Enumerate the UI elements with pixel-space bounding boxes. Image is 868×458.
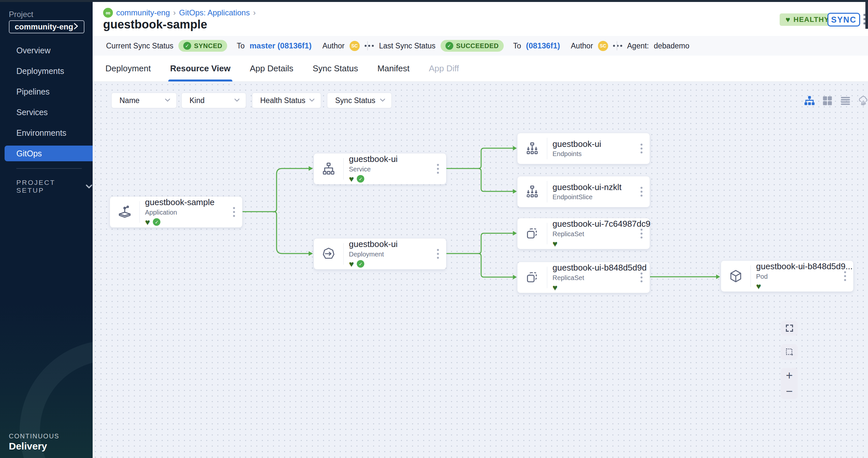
chevron-down-icon <box>165 97 170 103</box>
tree-view-icon[interactable] <box>804 95 815 107</box>
sidebar: Project community-eng Overview Deploymen… <box>0 0 93 458</box>
last-revision-link[interactable]: (08136f1) <box>526 41 560 51</box>
current-revision-link[interactable]: master (08136f1) <box>249 41 311 51</box>
breadcrumb-separator: › <box>173 8 176 17</box>
node-menu-button[interactable] <box>638 229 650 238</box>
sidebar-divider <box>17 168 82 169</box>
health-status-label: HEALTHY <box>794 15 829 24</box>
node-menu-button[interactable] <box>841 271 853 281</box>
node-menu-button[interactable] <box>230 207 242 217</box>
chevron-down-icon <box>309 97 315 103</box>
project-selector-value: community-eng <box>15 22 73 31</box>
tab-manifest[interactable]: Manifest <box>377 56 409 81</box>
project-setup-toggle[interactable]: PROJECT SETUP <box>17 178 93 194</box>
node-title: guestbook-ui-b848d5d9... <box>756 262 841 271</box>
author-avatar: SC <box>349 41 360 51</box>
health-status-filter-dropdown[interactable]: Health Status <box>252 93 321 108</box>
tab-resource-view[interactable]: Resource View <box>170 56 231 81</box>
select-region-button[interactable] <box>781 344 798 360</box>
window-top-edge <box>0 0 868 2</box>
node-menu-button[interactable] <box>434 164 446 174</box>
node-menu-button[interactable] <box>638 187 650 197</box>
to-label: To <box>513 41 521 51</box>
health-status-badge: ♥ HEALTHY <box>780 13 835 26</box>
node-endpointslice[interactable]: guestbook-ui-nzklt EndpointSlice <box>517 176 650 207</box>
sidebar-item-services[interactable]: Services <box>0 104 93 120</box>
node-deployment[interactable]: guestbook-ui Deployment ♥ ✓ <box>314 238 446 269</box>
fullscreen-button[interactable] <box>781 321 798 336</box>
kind-filter-dropdown[interactable]: Kind <box>181 93 246 108</box>
zoom-in-button[interactable]: + <box>786 370 793 382</box>
chevron-down-icon <box>86 183 93 190</box>
brand-line-2: Delivery <box>9 441 59 452</box>
agent-group: Agent: debademo <box>627 41 689 51</box>
node-menu-button[interactable] <box>638 143 650 154</box>
breadcrumb-section-link[interactable]: GitOps: Applications <box>179 8 250 17</box>
current-sync-group: Current Sync Status ✓ SYNCED To master (… <box>106 40 374 52</box>
sidebar-item-deployments[interactable]: Deployments <box>0 63 93 79</box>
more-authors-button[interactable] <box>613 45 622 47</box>
node-menu-button[interactable] <box>638 272 650 282</box>
more-authors-button[interactable] <box>365 45 374 47</box>
vertical-scrollbar-thumb[interactable] <box>865 2 868 29</box>
node-kind: Service <box>349 166 434 173</box>
separator <box>617 41 617 51</box>
to-label: To <box>237 41 245 51</box>
succeeded-badge: ✓ SUCCEEDED <box>440 40 504 52</box>
sidebar-item-pipelines[interactable]: Pipelines <box>0 84 93 99</box>
tab-app-diff[interactable]: App Diff <box>429 56 459 81</box>
endpointslice-icon <box>518 184 547 199</box>
synced-check-icon: ✓ <box>153 218 160 226</box>
page-header: ∞ community-eng › GitOps: Applications ›… <box>93 2 868 36</box>
tab-deployment[interactable]: Deployment <box>105 56 151 81</box>
check-circle-icon: ✓ <box>445 42 453 50</box>
sync-button[interactable]: SYNC <box>828 13 860 27</box>
fullscreen-icon <box>784 323 794 333</box>
tab-sync-status[interactable]: Sync Status <box>313 56 358 81</box>
node-pod[interactable]: guestbook-ui-b848d5d9... Pod ♥ <box>721 260 854 292</box>
zoom-controls: + − <box>781 368 798 399</box>
node-title: guestbook-sample <box>145 198 230 207</box>
sidebar-nav: Overview Deployments Pipelines Services … <box>0 42 93 166</box>
grid-view-icon[interactable] <box>822 95 833 107</box>
author-label: Author <box>571 41 593 51</box>
agent-label: Agent: <box>627 41 649 51</box>
list-view-icon[interactable] <box>839 95 851 107</box>
node-menu-button[interactable] <box>434 249 446 259</box>
replicaset-icon <box>518 270 547 285</box>
node-title: guestbook-ui <box>553 139 638 149</box>
current-sync-label: Current Sync Status <box>106 41 174 51</box>
healthy-heart-icon: ♥ <box>553 283 557 292</box>
node-kind: ReplicaSet <box>553 230 638 238</box>
module-brand: CONTINUOUS Delivery <box>9 432 59 452</box>
node-title: guestbook-ui-nzklt <box>553 183 638 192</box>
name-filter-label: Name <box>120 96 140 105</box>
sidebar-item-label: Overview <box>17 46 51 55</box>
project-selector[interactable]: community-eng <box>9 20 85 33</box>
node-service[interactable]: guestbook-ui Service ♥ ✓ <box>314 153 446 185</box>
chevron-down-icon <box>380 97 385 103</box>
node-kind: Deployment <box>349 251 434 258</box>
sidebar-item-environments[interactable]: Environments <box>0 125 93 141</box>
replicaset-icon <box>518 226 547 241</box>
endpoints-icon <box>518 141 547 156</box>
resource-graph-canvas[interactable]: Name Kind Health Status Sync Status <box>93 82 868 458</box>
tab-app-details[interactable]: App Details <box>250 56 293 81</box>
health-filter-label: Health Status <box>260 96 305 105</box>
node-kind: ReplicaSet <box>553 274 638 282</box>
sidebar-item-overview[interactable]: Overview <box>0 42 93 58</box>
network-map-icon[interactable] <box>858 95 868 107</box>
name-filter-dropdown[interactable]: Name <box>111 93 177 108</box>
node-replicaset-7c64987dc9[interactable]: guestbook-ui-7c64987dc9 ReplicaSet ♥ <box>517 218 650 249</box>
pod-icon <box>721 269 750 284</box>
sync-status-filter-dropdown[interactable]: Sync Status <box>327 93 392 108</box>
node-endpoints[interactable]: guestbook-ui Endpoints <box>517 133 650 164</box>
zoom-out-button[interactable]: − <box>786 385 793 397</box>
chevron-right-icon <box>73 22 79 31</box>
sidebar-item-gitops[interactable]: GitOps <box>5 145 93 161</box>
breadcrumb-project-link[interactable]: community-eng <box>116 8 170 17</box>
sidebar-item-label: Services <box>17 108 48 117</box>
node-replicaset-b848d5d9d[interactable]: guestbook-ui-b848d5d9d ReplicaSet ♥ <box>517 262 650 293</box>
node-application[interactable]: guestbook-sample Application ♥ ✓ <box>110 196 243 228</box>
sync-filter-label: Sync Status <box>335 96 375 105</box>
